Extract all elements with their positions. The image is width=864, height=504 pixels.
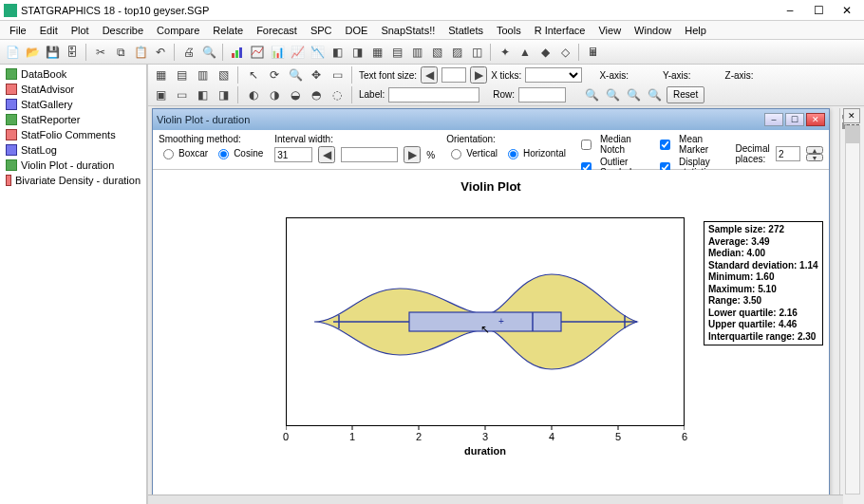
- mdi-maximize-button[interactable]: ☐: [785, 113, 804, 126]
- sidebar-item-statgallery[interactable]: StatGallery: [0, 97, 146, 112]
- close-button[interactable]: ✕: [834, 2, 860, 19]
- ws-tool4-icon[interactable]: ◓: [308, 86, 325, 103]
- ws-tool5-icon[interactable]: ◌: [329, 86, 346, 103]
- zoom-y-icon[interactable]: 🔍: [604, 86, 621, 103]
- reset-button[interactable]: Reset: [667, 86, 704, 103]
- chart3-icon[interactable]: 📊: [269, 44, 286, 61]
- zoom-z-icon[interactable]: 🔍: [625, 86, 642, 103]
- ws-layout2-icon[interactable]: ▭: [173, 86, 190, 103]
- font-increase-button[interactable]: ▶: [470, 66, 487, 84]
- print-icon[interactable]: 🖨: [180, 44, 197, 61]
- menu-window[interactable]: Window: [629, 23, 677, 38]
- sidebar-item-violin[interactable]: Violin Plot - duration: [0, 158, 146, 173]
- copy-icon[interactable]: ⧉: [112, 44, 129, 61]
- horizontal-radio[interactable]: Horizontal: [503, 146, 566, 159]
- font-decrease-button[interactable]: ◀: [421, 66, 438, 84]
- tool-a-icon[interactable]: ✦: [497, 44, 514, 61]
- menu-edit[interactable]: Edit: [34, 23, 64, 38]
- ws-zoom-icon[interactable]: 🔍: [287, 66, 304, 84]
- saveall-icon[interactable]: 🗄: [64, 44, 81, 61]
- ws-tool3-icon[interactable]: ◒: [287, 86, 304, 103]
- chart13-icon[interactable]: ◫: [468, 44, 485, 61]
- boxcar-radio[interactable]: Boxcar: [159, 146, 208, 159]
- chart11-icon[interactable]: ▧: [428, 44, 445, 61]
- ws-grid1-icon[interactable]: ▦: [152, 66, 169, 84]
- sidebar-item-comments[interactable]: StatFolio Comments: [0, 127, 146, 142]
- vertical-radio[interactable]: Vertical: [446, 146, 498, 159]
- chart8-icon[interactable]: ▦: [368, 44, 385, 61]
- preview-icon[interactable]: 🔍: [200, 44, 217, 61]
- chart2-icon[interactable]: [249, 44, 266, 61]
- menu-describe[interactable]: Describe: [97, 23, 149, 38]
- menu-statlets[interactable]: Statlets: [442, 23, 489, 38]
- ws-pan-icon[interactable]: ✥: [308, 66, 325, 84]
- new-icon[interactable]: 📄: [4, 44, 21, 61]
- ws-select-icon[interactable]: ▭: [329, 66, 346, 84]
- ws-layout1-icon[interactable]: ▣: [152, 86, 169, 103]
- chart1-icon[interactable]: [229, 44, 246, 61]
- interval-slider[interactable]: [341, 147, 398, 162]
- ws-layout4-icon[interactable]: ◨: [215, 86, 232, 103]
- ws-tool1-icon[interactable]: ◐: [245, 86, 262, 103]
- tool-d-icon[interactable]: ◇: [556, 44, 573, 61]
- cut-icon[interactable]: ✂: [92, 44, 109, 61]
- ws-grid3-icon[interactable]: ▥: [194, 66, 211, 84]
- menu-relate[interactable]: Relate: [207, 23, 249, 38]
- zoom-z2-icon[interactable]: 🔍: [646, 86, 663, 103]
- scrollbar-thumb[interactable]: [846, 126, 859, 143]
- ws-layout3-icon[interactable]: ◧: [194, 86, 211, 103]
- paste-icon[interactable]: 📋: [132, 44, 149, 61]
- tool-c-icon[interactable]: ◆: [536, 44, 554, 61]
- chart6-icon[interactable]: ◧: [329, 44, 346, 61]
- sidebar-item-statreporter[interactable]: StatReporter: [0, 112, 146, 127]
- menu-plot[interactable]: Plot: [66, 23, 95, 38]
- vertical-scrollbar[interactable]: [845, 125, 860, 495]
- undo-icon[interactable]: ↶: [152, 44, 169, 61]
- cosine-radio[interactable]: Cosine: [214, 146, 263, 159]
- save-icon[interactable]: 💾: [44, 44, 61, 61]
- ws-grid2-icon[interactable]: ▤: [173, 66, 190, 84]
- sidebar-item-bivariate[interactable]: Bivariate Density - duration: [0, 173, 146, 188]
- median-notch-check[interactable]: Median Notch: [577, 134, 645, 155]
- chart7-icon[interactable]: ◨: [348, 44, 366, 61]
- sidebar-item-databook[interactable]: DataBook: [0, 66, 146, 82]
- menu-tools[interactable]: Tools: [491, 23, 527, 38]
- ws-tool2-icon[interactable]: ◑: [266, 86, 283, 103]
- chart10-icon[interactable]: ▥: [408, 44, 425, 61]
- row-input[interactable]: [518, 87, 566, 103]
- mdi-titlebar[interactable]: Violin Plot - duration – ☐ ✕: [153, 109, 829, 130]
- open-icon[interactable]: 📂: [24, 44, 41, 61]
- ws-grid4-icon[interactable]: ▧: [215, 66, 232, 84]
- menu-view[interactable]: View: [592, 23, 627, 38]
- menu-help[interactable]: Help: [679, 23, 712, 38]
- decimals-input[interactable]: [776, 146, 800, 161]
- zoom-x-icon[interactable]: 🔍: [583, 86, 600, 103]
- menu-rinterface[interactable]: R Interface: [529, 23, 592, 38]
- mdi-close-tab-button[interactable]: ✕: [843, 108, 860, 123]
- ws-pointer-icon[interactable]: ↖: [245, 66, 262, 84]
- label-input[interactable]: [388, 87, 479, 103]
- tool-b-icon[interactable]: ▲: [517, 44, 534, 61]
- calc-icon[interactable]: 🖩: [585, 44, 602, 61]
- interval-input[interactable]: [274, 147, 312, 162]
- interval-dec-button[interactable]: ◀: [318, 146, 335, 163]
- sidebar-item-statlog[interactable]: StatLog: [0, 142, 146, 158]
- chart4-icon[interactable]: 📈: [289, 44, 306, 61]
- menu-doe[interactable]: DOE: [340, 23, 374, 38]
- xticks-select[interactable]: [525, 67, 582, 83]
- sidebar-item-statadvisor[interactable]: StatAdvisor: [0, 82, 146, 97]
- font-size-input[interactable]: [441, 67, 466, 83]
- maximize-button[interactable]: ☐: [805, 2, 832, 19]
- decimals-down-button[interactable]: ▼: [806, 154, 823, 161]
- mean-marker-check[interactable]: Mean Marker: [656, 134, 723, 155]
- chart5-icon[interactable]: 📉: [309, 44, 326, 61]
- menu-spc[interactable]: SPC: [305, 23, 338, 38]
- mdi-close-button[interactable]: ✕: [806, 113, 825, 126]
- menu-forecast[interactable]: Forecast: [251, 23, 303, 38]
- ws-rotate-icon[interactable]: ⟳: [266, 66, 283, 84]
- mdi-minimize-button[interactable]: –: [764, 113, 783, 126]
- menu-compare[interactable]: Compare: [151, 23, 205, 38]
- interval-inc-button[interactable]: ▶: [404, 146, 421, 163]
- minimize-button[interactable]: –: [777, 2, 803, 19]
- menu-file[interactable]: File: [4, 23, 32, 38]
